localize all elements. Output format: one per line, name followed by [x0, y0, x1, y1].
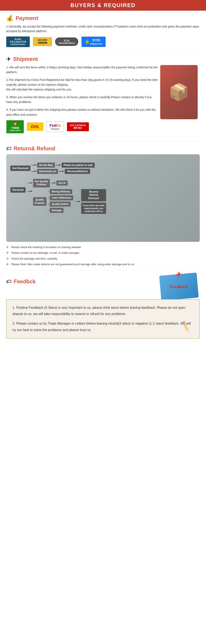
refund-flowchart-bg: Not Received On the Way Pleas — [6, 154, 200, 242]
payment-title: Payment — [16, 15, 38, 22]
feedback-section-header: 🏷 Feedbck — [6, 278, 36, 285]
refund-note-1: ① Please check the tracking in formation… — [6, 245, 200, 249]
refund-note-2: ② Please contact us by meesage, e-mail, … — [6, 251, 200, 255]
please-wait-box: Please be patient to wait — [62, 162, 95, 168]
shipment-image-col: 📦 — [158, 65, 200, 138]
payment-section-header: 💰 Payment — [6, 15, 200, 22]
refund-section-header: 🏷 Return& Refund — [6, 145, 200, 152]
western-union-logo: WESTERN UNION — [33, 37, 52, 46]
not-quality-problem-box: Not QualityProblem — [33, 179, 50, 188]
refund-note-4: ④ Please Note: Men made defects are not … — [6, 262, 200, 266]
divider-1 — [6, 51, 200, 52]
divider-2 — [6, 141, 200, 141]
courier-person-image: 📦 — [160, 65, 198, 119]
not-received-box: Not Received — [10, 166, 30, 171]
feedback-para-2: 2. Please contact us by Trade Manager or… — [12, 320, 194, 333]
plane-icon: ✈ — [6, 56, 11, 62]
fedex-logo: FedEx Express — [46, 122, 64, 132]
else-requirements-box: If you have any else requirements you co… — [81, 203, 106, 214]
received-lost-box: Received/Lost — [37, 169, 58, 174]
feedback-title: Feedbck — [14, 278, 36, 285]
damage-box: Damage — [50, 208, 64, 213]
moneybookers-logo: ((( ))) moneybookers — [55, 38, 78, 46]
bank-transfer-logo: BANK TRANSFER INTERNATIONAL — [6, 36, 30, 47]
china-post-logo: 📮 中国邮政 CHINA POST — [6, 120, 24, 134]
on-the-way-box: On the Way — [37, 162, 55, 168]
alipay-logo: 🔒 支付宝Alipay.com — [82, 37, 105, 47]
refund-notes: ① Please check the tracking in formation… — [6, 245, 200, 266]
received-box: Received — [10, 187, 26, 193]
payment-description: 1.Generally, we accept the following pay… — [6, 24, 200, 34]
payment-logos: BANK TRANSFER INTERNATIONAL WESTERN UNIO… — [6, 36, 200, 47]
refund-title: Return& Refund — [14, 145, 55, 152]
quality-defect-box: Quality Defect — [50, 202, 71, 206]
feedback-image: Feedback — [159, 272, 199, 301]
shipment-text: 1. We will sent the items within 2-5days… — [6, 65, 158, 138]
not-fit-box: Not fit — [56, 180, 68, 186]
page-header: BUYERS & REQUIRED — [0, 0, 206, 11]
shipment-para-3: 3. When you receive the items you ordere… — [6, 95, 158, 104]
money-icon: 💰 — [6, 15, 13, 22]
page-title: BUYERS & REQUIRED — [0, 2, 206, 8]
feedback-para-1: 1. Positive Feedback (5 Stars) is very i… — [12, 304, 194, 317]
feedback-icon: 🏷 — [6, 278, 12, 285]
refund-note-3: ③ Check the package and Item, carefully. — [6, 257, 200, 261]
quality-problem-box: QualityProblem — [33, 197, 46, 206]
feedback-image-text: Feedback — [170, 284, 188, 289]
feedback-box: 1. Positive Feedback (5 Stars) is very i… — [6, 299, 200, 339]
wrong-delivery-box: Wrong Delivery — [50, 189, 72, 194]
shipment-para-1: 1. We will sent the items within 2-5days… — [6, 65, 158, 75]
shipment-title: Shipment — [13, 56, 38, 62]
divider-3 — [6, 270, 200, 270]
sf-express-logo: (SF) EXPRESS 顺丰速运 — [67, 122, 89, 131]
shipment-section-header: ✈ Shipment — [6, 56, 200, 62]
resend-refund-discount-box: ResendRefundDiscount — [81, 189, 106, 202]
refund-icon: 🏷 — [6, 145, 12, 152]
shipment-para-4: 4. If you have not got it within the shi… — [6, 107, 158, 117]
shipment-para-2: 2.The shipment by China Post Registered … — [6, 78, 158, 92]
refund-section: 🏷 Return& Refund Not Received — [6, 145, 200, 266]
courier-logos: 📮 中国邮政 CHINA POST DHL FedEx Express (SF)… — [6, 120, 158, 134]
dhl-logo: DHL — [27, 122, 43, 131]
feedback-section: 🏷 Feedbck Feedback 1. Positive Feedback … — [6, 274, 200, 339]
received-refund-box: Received/Refund — [65, 169, 90, 174]
main-content: 💰 Payment 1.Generally, we accept the fol… — [0, 15, 206, 345]
shipment-container: 1. We will sent the items within 2-5days… — [6, 65, 200, 138]
color-difference-box: Color Difference — [50, 195, 73, 200]
